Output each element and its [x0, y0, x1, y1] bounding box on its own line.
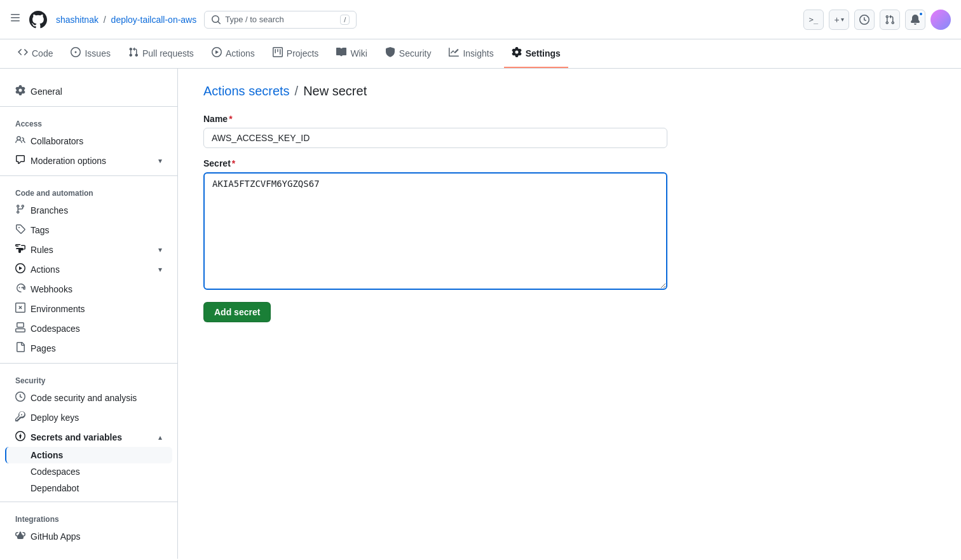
- sidebar-item-code-security[interactable]: Code security and analysis: [5, 388, 172, 407]
- sidebar-codespaces-label: Codespaces: [31, 324, 80, 334]
- tab-projects[interactable]: Projects: [265, 39, 327, 68]
- sidebar-actions-label: Actions: [31, 264, 60, 275]
- pull-request-btn[interactable]: [880, 10, 900, 30]
- tab-pullrequests-label: Pull requests: [142, 48, 194, 58]
- sidebar-item-webhooks[interactable]: Webhooks: [5, 279, 172, 299]
- sidebar-item-codespaces[interactable]: Codespaces: [5, 318, 172, 338]
- sidebar-item-github-apps[interactable]: GitHub Apps: [5, 526, 172, 546]
- sidebar-moderation-label: Moderation options: [31, 156, 106, 166]
- name-form-group: Name*: [203, 114, 725, 148]
- tab-issues[interactable]: Issues: [63, 39, 118, 68]
- sidebar-code-security-label: Code security and analysis: [31, 393, 137, 403]
- sidebar-environments-label: Environments: [31, 304, 85, 314]
- webhooks-icon: [15, 283, 25, 295]
- breadcrumb-link[interactable]: Actions secrets: [203, 84, 290, 99]
- main-content: Actions secrets / New secret Name* Secre…: [178, 69, 750, 559]
- sidebar-sub-codespaces-label: Codespaces: [31, 467, 80, 477]
- avatar[interactable]: [930, 10, 951, 30]
- sidebar-pages-label: Pages: [31, 343, 56, 353]
- sidebar-item-moderation[interactable]: Moderation options ▾: [5, 151, 172, 170]
- sidebar-item-secrets-variables[interactable]: Secrets and variables ▴: [5, 427, 172, 447]
- sidebar-sub-actions-label: Actions: [31, 450, 63, 460]
- pages-icon: [15, 342, 25, 354]
- sidebar-item-actions[interactable]: Actions ▾: [5, 259, 172, 279]
- insights-icon: [449, 47, 459, 59]
- name-required-marker: *: [229, 114, 232, 124]
- terminal-btn[interactable]: >_: [803, 10, 824, 30]
- search-icon: [211, 15, 221, 25]
- sidebar-item-branches[interactable]: Branches: [5, 200, 172, 220]
- secret-textarea[interactable]: AKIA5FTZCVFM6YGZQS67: [203, 172, 667, 290]
- tab-insights[interactable]: Insights: [441, 39, 501, 68]
- name-input[interactable]: [203, 128, 667, 148]
- rules-chevron-icon: ▾: [158, 245, 162, 254]
- branches-icon: [15, 204, 25, 216]
- secret-label: Secret*: [203, 158, 725, 168]
- github-logo[interactable]: [28, 10, 48, 30]
- secret-required-marker: *: [232, 158, 235, 168]
- search-placeholder: Type / to search: [225, 15, 284, 24]
- sidebar-secrets-label: Secrets and variables: [31, 432, 122, 442]
- wiki-icon: [336, 47, 346, 59]
- settings-icon: [512, 47, 522, 59]
- security-section-label: Security: [0, 369, 177, 388]
- tab-wiki[interactable]: Wiki: [329, 39, 374, 68]
- sidebar-webhooks-label: Webhooks: [31, 284, 72, 294]
- environments-icon: [15, 303, 25, 315]
- sidebar-github-apps-label: GitHub Apps: [31, 531, 81, 542]
- bell-btn[interactable]: [905, 10, 925, 30]
- sidebar-item-collaborators[interactable]: Collaborators: [5, 131, 172, 151]
- security-icon: [385, 47, 395, 59]
- pull-requests-icon: [128, 47, 139, 59]
- tab-code[interactable]: Code: [10, 39, 60, 68]
- sidebar-sub-dependabot-label: Dependabot: [31, 483, 79, 493]
- tab-insights-label: Insights: [463, 48, 493, 58]
- sidebar-sub-item-dependabot[interactable]: Dependabot: [5, 480, 172, 496]
- search-bar[interactable]: Type / to search /: [204, 11, 357, 29]
- sidebar-item-pages[interactable]: Pages: [5, 338, 172, 358]
- repo-tabs: Code Issues Pull requests Actions Projec…: [0, 39, 961, 69]
- repo-owner-link[interactable]: shashitnak: [56, 15, 99, 25]
- actions-chevron-icon: ▾: [158, 265, 162, 274]
- repo-path: shashitnak / deploy-tailcall-on-aws: [56, 15, 196, 25]
- plus-btn[interactable]: + ▾: [829, 10, 849, 30]
- projects-icon: [273, 47, 283, 59]
- sidebar-sub-item-codespaces[interactable]: Codespaces: [5, 463, 172, 480]
- repo-name-link[interactable]: deploy-tailcall-on-aws: [111, 15, 197, 25]
- tab-projects-label: Projects: [287, 48, 319, 58]
- sidebar-item-rules[interactable]: Rules ▾: [5, 240, 172, 259]
- tab-settings[interactable]: Settings: [504, 39, 568, 68]
- sidebar-general-label: General: [31, 86, 62, 97]
- top-bar-right: >_ + ▾: [803, 10, 951, 30]
- sidebar-rules-label: Rules: [31, 245, 53, 255]
- actions-icon: [212, 47, 222, 59]
- issues-icon: [71, 47, 81, 59]
- secrets-icon: [15, 431, 25, 443]
- sidebar-item-general[interactable]: General: [5, 81, 172, 101]
- top-bar: shashitnak / deploy-tailcall-on-aws Type…: [0, 0, 961, 39]
- sidebar-item-environments[interactable]: Environments: [5, 299, 172, 318]
- slash-badge: /: [340, 15, 350, 25]
- moderation-chevron-icon: ▾: [158, 156, 162, 165]
- moderation-icon: [15, 154, 25, 167]
- tab-security[interactable]: Security: [378, 39, 439, 68]
- tab-settings-label: Settings: [526, 48, 561, 58]
- tags-icon: [15, 224, 25, 236]
- code-security-icon: [15, 392, 25, 404]
- sidebar-sub-item-actions[interactable]: Actions: [5, 447, 172, 463]
- breadcrumb: Actions secrets / New secret: [203, 84, 725, 99]
- tab-code-label: Code: [32, 48, 53, 58]
- collaborators-icon: [15, 135, 25, 147]
- sidebar-item-tags[interactable]: Tags: [5, 220, 172, 240]
- sidebar-item-deploy-keys[interactable]: Deploy keys: [5, 407, 172, 427]
- tab-issues-label: Issues: [85, 48, 110, 58]
- actions-sidebar-icon: [15, 263, 25, 275]
- repo-sep: /: [104, 15, 106, 25]
- clock-btn[interactable]: [854, 10, 875, 30]
- hamburger-icon[interactable]: [10, 13, 20, 26]
- top-bar-left: shashitnak / deploy-tailcall-on-aws Type…: [10, 10, 796, 30]
- tab-pull-requests[interactable]: Pull requests: [121, 39, 201, 68]
- add-secret-button[interactable]: Add secret: [203, 302, 271, 322]
- sidebar-tags-label: Tags: [31, 225, 50, 235]
- tab-actions[interactable]: Actions: [204, 39, 262, 68]
